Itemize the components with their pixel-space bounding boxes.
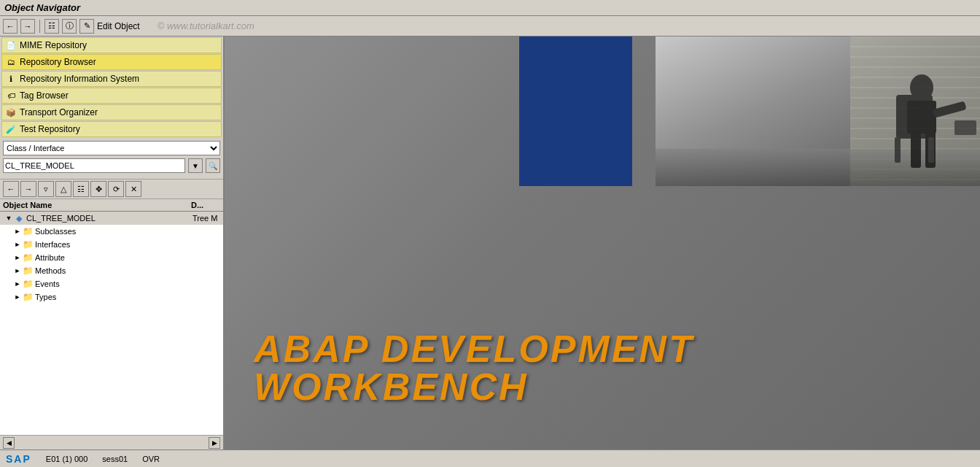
tree-refresh-btn[interactable]: ⟳ [108,181,124,197]
root-d: Tree M [192,214,222,223]
svg-rect-20 [907,101,936,134]
table-row[interactable]: ► 📁 Events [0,277,223,290]
nav-item-tag-browser[interactable]: Tag Browser [1,88,222,104]
title-bar: Object Navigator [0,0,980,16]
expand-types[interactable]: ► [13,293,22,301]
tree-content[interactable]: ▼ ◆ CL_TREE_MODEL Tree M ► 📁 Subclasses … [0,212,223,435]
class-type-dropdown[interactable]: Class / Interface Function Group Package… [3,141,220,155]
tree-header: Object Name D... [0,199,223,212]
subclasses-label: Subclasses [35,227,76,236]
tree-filter-btn[interactable]: ▿ [38,181,54,197]
table-row[interactable]: ► 📁 Attribute [0,251,223,264]
methods-label: Methods [35,266,66,275]
dropdown-area: Class / Interface Function Group Package… [0,138,223,180]
forward-button[interactable]: → [20,19,35,34]
table-row[interactable]: ► 📁 Interfaces [0,238,223,251]
edit-object-button[interactable]: ✎ [79,19,94,34]
tree-forward-btn[interactable]: → [20,181,36,197]
back-button[interactable]: ← [3,19,18,34]
tree-expand-btn[interactable]: △ [55,181,71,197]
right-panel: ABAP DEVELOPMENT WORKBENCH [225,36,980,449]
nav-item-test-repository[interactable]: Test Repository [1,121,222,137]
expand-methods[interactable]: ► [13,267,22,274]
tree-layout-btn[interactable]: ☷ [73,181,89,197]
tag-icon [5,90,17,101]
nav-label-transport: Transport Organizer [20,107,98,117]
table-row[interactable]: ▼ ◆ CL_TREE_MODEL Tree M [0,212,223,225]
status-bar: SAP E01 (1) 000 sess01 OVR [0,449,980,467]
nav-list: MIME Repository Repository Browser Repos… [0,36,223,138]
info-button[interactable]: ⓘ [62,19,77,34]
left-panel: MIME Repository Repository Browser Repos… [0,36,225,449]
table-row[interactable]: ► 📁 Methods [0,264,223,277]
tree-empty-area [0,304,223,362]
photo-inner [656,36,980,186]
abap-text-area: ABAP DEVELOPMENT WORKBENCH [254,330,980,406]
tree-back-btn[interactable]: ← [3,181,19,197]
root-label: CL_TREE_MODEL [26,214,96,223]
svg-point-19 [910,74,933,101]
folder-icon-methods: 📁 [22,266,34,276]
nav-label-mime: MIME Repository [20,40,87,50]
abap-line1: ABAP DEVELOPMENT [254,330,980,368]
dropdown-btn[interactable]: ▼ [188,158,203,173]
expand-root[interactable]: ▼ [4,215,13,222]
tree-cols-btn[interactable]: ✥ [90,181,106,197]
abap-line2: WORKBENCH [254,368,980,406]
nav-item-repository-info[interactable]: Repository Information System [1,71,222,87]
scroll-left-btn[interactable]: ◀ [3,437,15,449]
info-icon [5,73,17,85]
folder-icon-events: 📁 [22,279,34,289]
folder-icon-subclasses: 📁 [22,226,34,236]
nav-item-mime-repository[interactable]: MIME Repository [1,37,222,53]
table-row[interactable]: ► 📁 Types [0,290,223,304]
watermark: © www.tutorialkart.com [158,20,254,31]
repo-icon [5,56,17,68]
folder-icon-types: 📁 [22,292,34,302]
attribute-label: Attribute [35,253,65,262]
app-title: Object Navigator [4,2,80,13]
expand-events[interactable]: ► [13,280,22,287]
search-input[interactable] [3,158,185,173]
nav-label-info: Repository Information System [20,74,139,84]
svg-rect-23 [911,131,921,168]
tree-button[interactable]: ☷ [44,19,59,34]
sap-logo: SAP [6,453,31,465]
scene-svg [656,36,980,186]
background-area: ABAP DEVELOPMENT WORKBENCH [225,36,980,449]
scroll-right-btn[interactable]: ▶ [209,437,220,449]
folder-icon-attribute: 📁 [22,252,34,263]
nav-label-tag: Tag Browser [20,90,69,101]
interfaces-label: Interfaces [35,240,70,249]
expand-interfaces[interactable]: ► [13,241,22,248]
nav-item-transport-organizer[interactable]: Transport Organizer [1,104,222,120]
class-icon: ◆ [13,213,25,223]
col-d: D... [191,201,220,209]
user-info: sess01 [102,455,128,463]
class-type-row: Class / Interface Function Group Package… [3,141,220,155]
expand-attribute[interactable]: ► [13,254,22,261]
search-row: ▼ 🔍 [3,158,220,173]
col-object-name: Object Name [3,201,191,209]
nav-item-repository-browser[interactable]: Repository Browser [1,54,222,70]
svg-rect-26 [928,137,934,163]
types-label: Types [35,293,56,301]
svg-rect-22 [954,120,976,135]
folder-icon-interfaces: 📁 [22,239,34,250]
svg-rect-25 [895,137,901,163]
photo-area [656,36,980,186]
toolbar: ← → ☷ ⓘ ✎ Edit Object © www.tutorialkart… [0,16,980,36]
nav-label-repo: Repository Browser [20,57,96,67]
events-label: Events [35,279,60,288]
table-row[interactable]: ► 📁 Subclasses [0,225,223,238]
scroll-area: ◀ ▶ [0,435,223,449]
edit-icon: ✎ [84,21,90,31]
mode-info: OVR [142,455,160,463]
nav-label-test: Test Repository [20,124,80,134]
mime-icon [5,39,17,51]
tree-close-btn[interactable]: ✕ [125,181,141,197]
search-btn[interactable]: 🔍 [206,158,220,173]
session-info: E01 (1) 000 [46,455,88,463]
test-icon [5,123,17,135]
expand-subclasses[interactable]: ► [13,228,22,235]
